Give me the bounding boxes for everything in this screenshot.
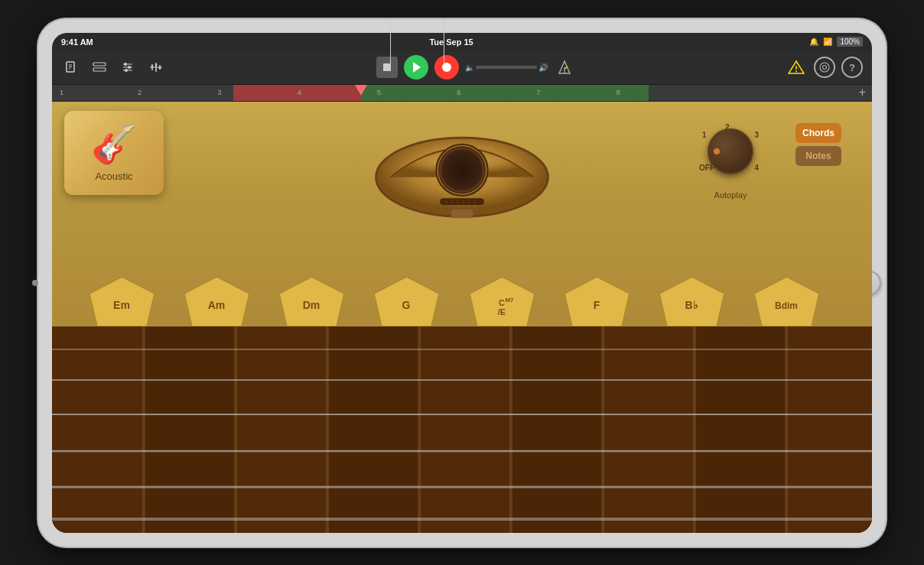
settings-button[interactable] — [814, 57, 835, 78]
timeline: 1 2 3 4 5 6 7 8 + — [52, 85, 872, 102]
chords-button[interactable]: Chords — [795, 123, 841, 143]
chord-em-shape: Em — [89, 277, 155, 326]
eq-button[interactable] — [145, 58, 167, 76]
guitar-card-label: Acoustic — [95, 170, 132, 182]
svg-text:/E: /E — [497, 307, 505, 317]
svg-text:M7: M7 — [505, 297, 514, 304]
notification-icon: 🔔 — [809, 37, 818, 46]
svg-rect-69 — [327, 326, 419, 533]
svg-text:C: C — [499, 298, 505, 307]
guitar-body-svg — [363, 106, 561, 220]
svg-rect-72 — [603, 326, 695, 533]
svg-rect-38 — [451, 209, 473, 217]
chord-notes-toggle: Chords Notes — [795, 123, 841, 166]
svg-rect-4 — [93, 63, 106, 66]
volume-low-icon: 🔈 — [465, 63, 474, 72]
status-right-icons: 🔔 📶 100% — [809, 37, 863, 47]
metronome-button[interactable] — [554, 57, 575, 78]
fretboard — [52, 326, 872, 533]
status-date: Tue Sep 15 — [429, 37, 473, 47]
ruler-5: 5 — [377, 89, 381, 96]
autoplay-section: OFF 1 2 3 4 Autoplay — [696, 117, 765, 200]
svg-rect-66 — [52, 326, 144, 533]
svg-point-24 — [795, 71, 797, 73]
volume-track[interactable] — [476, 66, 537, 69]
timeline-playhead[interactable] — [355, 85, 367, 96]
toolbar-left — [61, 57, 167, 77]
volume-high-icon: 🔊 — [538, 63, 548, 72]
chords-row: Em Am Dm — [75, 277, 834, 326]
new-song-button[interactable] — [61, 57, 81, 77]
acoustic-card[interactable]: 🎸 Acoustic — [64, 111, 164, 195]
chord-bdim-button[interactable]: Bdim — [740, 277, 834, 326]
svg-point-11 — [125, 69, 128, 72]
autoplay-knob[interactable] — [708, 128, 753, 174]
timeline-green-region — [361, 85, 648, 101]
svg-text:G: G — [402, 299, 411, 311]
chord-f-button[interactable]: F — [550, 277, 643, 326]
svg-rect-31 — [441, 198, 483, 204]
ruler-2: 2 — [138, 89, 142, 96]
svg-text:Bdim: Bdim — [775, 300, 798, 311]
svg-rect-70 — [419, 326, 511, 533]
help-icon: ? — [849, 62, 855, 73]
svg-point-10 — [128, 66, 131, 69]
main-content: 🎸 Acoustic — [52, 102, 872, 533]
ruler-7: 7 — [537, 89, 541, 96]
volume-control[interactable]: 🔈 🔊 — [465, 63, 548, 72]
svg-text:B♭: B♭ — [685, 299, 698, 311]
play-icon — [413, 62, 421, 73]
status-time: 9:41 AM — [61, 37, 93, 47]
help-button[interactable]: ? — [841, 57, 863, 78]
svg-rect-73 — [695, 326, 786, 533]
autoplay-4-label: 4 — [754, 164, 759, 172]
stop-button[interactable] — [376, 57, 398, 78]
svg-rect-74 — [786, 326, 872, 533]
play-button[interactable] — [404, 55, 428, 80]
guitar-body-container — [347, 102, 577, 224]
svg-point-17 — [155, 64, 158, 67]
add-track-button[interactable]: + — [859, 86, 866, 99]
notes-button[interactable]: Notes — [795, 146, 841, 166]
svg-text:F: F — [594, 299, 600, 311]
ipad-frame: 9:41 AM Tue Sep 15 🔔 📶 100% — [38, 19, 886, 547]
chord-cm7e-button[interactable]: C M7 /E — [455, 277, 548, 326]
chord-am-shape: Am — [184, 277, 249, 326]
autoplay-knob-container: OFF 1 2 3 4 — [696, 117, 765, 186]
chord-am-button[interactable]: Am — [170, 277, 263, 326]
svg-rect-5 — [93, 68, 106, 71]
warning-button[interactable] — [785, 57, 808, 78]
side-dot — [32, 280, 38, 286]
chord-dm-shape: Dm — [279, 277, 344, 326]
ruler-3: 3 — [218, 89, 222, 96]
autoplay-1-label: 1 — [702, 131, 707, 139]
chord-em-button[interactable]: Em — [75, 277, 168, 326]
chord-cm7e-shape: C M7 /E — [470, 277, 535, 326]
ipad-screen: 9:41 AM Tue Sep 15 🔔 📶 100% — [52, 33, 872, 533]
chord-g-button[interactable]: G — [360, 277, 454, 326]
toolbar-right: ? — [785, 57, 863, 78]
svg-point-16 — [151, 66, 154, 68]
svg-text:Em: Em — [113, 299, 130, 311]
instrument-panel: 🎸 Acoustic — [52, 102, 872, 204]
autoplay-label: Autoplay — [714, 190, 747, 200]
chord-bb-button[interactable]: B♭ — [646, 277, 739, 326]
ruler-4: 4 — [298, 89, 301, 96]
toolbar-center: 🔈 🔊 — [173, 55, 779, 80]
chord-dm-button[interactable]: Dm — [265, 277, 359, 326]
svg-point-26 — [820, 63, 829, 72]
battery-indicator: 100% — [837, 37, 863, 47]
chord-g-shape: G — [374, 277, 439, 326]
record-button[interactable] — [434, 55, 459, 80]
svg-rect-71 — [511, 326, 603, 533]
mixer-button[interactable] — [118, 58, 138, 76]
tracks-button[interactable] — [89, 58, 110, 76]
timeline-ruler[interactable]: 1 2 3 4 5 6 7 8 — [58, 85, 856, 101]
svg-point-9 — [124, 63, 127, 66]
stop-icon — [383, 63, 391, 71]
wifi-icon: 📶 — [823, 37, 832, 46]
status-bar: 9:41 AM Tue Sep 15 🔔 📶 100% — [52, 33, 872, 51]
svg-text:Am: Am — [208, 299, 226, 311]
svg-rect-67 — [144, 326, 236, 533]
svg-point-25 — [823, 66, 827, 70]
